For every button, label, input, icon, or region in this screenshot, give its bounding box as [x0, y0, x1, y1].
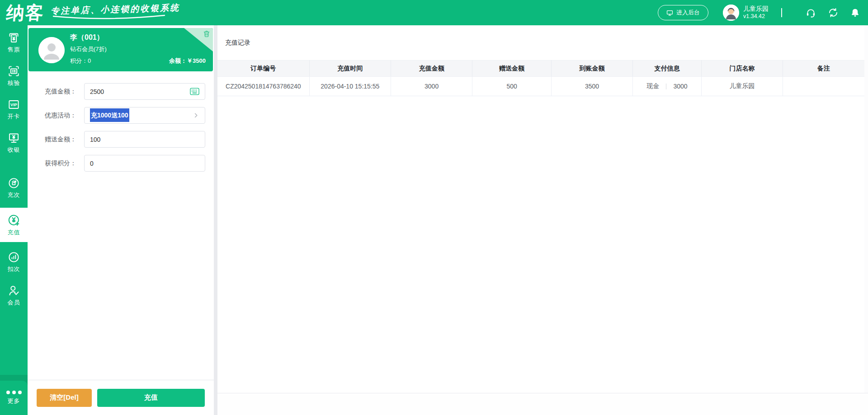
- col-remark: 备注: [783, 61, 864, 77]
- recharge-record-table: 订单编号 充值时间 充值金额 赠送金额 到账金额 支付信息 门店名称 备注 CZ…: [217, 60, 864, 96]
- trash-icon[interactable]: [203, 30, 211, 40]
- sidebar-item-open-card[interactable]: VIP 开卡: [0, 96, 28, 123]
- table-row[interactable]: CZ2042501814763786240 2026-04-10 15:15:5…: [217, 77, 864, 96]
- sidebar-item-label: 会员: [8, 298, 20, 307]
- cell-remark: [783, 77, 864, 96]
- member-icon: [8, 284, 20, 297]
- cell-amount: 3000: [391, 77, 472, 96]
- tagline-underline: [52, 14, 165, 21]
- enter-backend-button[interactable]: 进入后台: [658, 5, 708, 20]
- pay-separator: [666, 84, 666, 89]
- app-version: v1.34.42: [743, 13, 769, 20]
- col-amount: 充值金额: [391, 61, 472, 77]
- table-header-row: 订单编号 充值时间 充值金额 赠送金额 到账金额 支付信息 门店名称 备注: [217, 61, 864, 77]
- recharge-record-area: 充值记录 订单编号 充值时间 充值金额 赠送金额 到账金额 支付信息 门店名称 …: [217, 25, 868, 415]
- vip-card-icon: VIP: [8, 98, 20, 111]
- recharge-button[interactable]: 充值: [97, 389, 205, 407]
- main-footer: [217, 393, 868, 415]
- earned-points-input[interactable]: 0: [84, 155, 205, 172]
- sidebar-item-label: 扣次: [8, 265, 20, 273]
- bonus-amount-label: 赠送金额：: [28, 135, 76, 144]
- avatar[interactable]: [723, 5, 739, 21]
- recharge-times-icon: [8, 177, 20, 189]
- sidebar-nav: 售票 核验 VIP 开卡 收银 充次: [0, 25, 28, 415]
- page-title: 充值记录: [217, 25, 868, 47]
- header-divider: [781, 8, 782, 17]
- deduct-times-icon: [8, 251, 20, 263]
- sidebar-item-recharge-times[interactable]: 充次: [0, 174, 28, 201]
- member-balance: 余额：￥3500: [169, 57, 206, 65]
- panel-footer: 清空[Del] 充值: [28, 380, 214, 415]
- headset-icon[interactable]: [806, 8, 816, 18]
- chevron-right-icon: [193, 112, 199, 119]
- recharge-amount-label: 充值金额：: [28, 88, 76, 96]
- promo-activity-select[interactable]: 充1000送100: [84, 107, 205, 124]
- sidebar-more-wrap: 更多: [0, 375, 28, 415]
- sidebar-item-label: 开卡: [8, 112, 20, 121]
- promo-selected-text: 充1000送100: [90, 108, 129, 122]
- cell-received: 3500: [551, 77, 632, 96]
- col-received: 到账金额: [551, 61, 632, 77]
- panel-divider: [214, 25, 217, 415]
- recharge-form: 充值金额： 2500 优惠活动： 充1000: [28, 71, 214, 172]
- recharge-amount-input[interactable]: 2500: [84, 83, 205, 100]
- cell-bonus: 500: [472, 77, 552, 96]
- sidebar-item-ticket[interactable]: 售票: [0, 29, 28, 56]
- member-points: 积分：0: [70, 57, 91, 65]
- svg-text:VIP: VIP: [10, 103, 17, 107]
- col-store: 门店名称: [701, 61, 783, 77]
- col-order-no: 订单编号: [217, 61, 309, 77]
- cell-pay-info: 现金 3000: [633, 77, 702, 96]
- col-pay-info: 支付信息: [633, 61, 702, 77]
- sidebar-item-cashier[interactable]: 收银: [0, 129, 28, 156]
- sidebar-item-member[interactable]: 会员: [0, 282, 28, 309]
- member-name: 李（001）: [70, 33, 104, 42]
- scan-verify-icon: [8, 65, 20, 77]
- sidebar-item-verify[interactable]: 核验: [0, 62, 28, 89]
- top-header: 纳客 专注单店、小连锁的收银系统 进入后台 儿童乐园 v1.34.42: [0, 0, 868, 25]
- member-level: 钻石会员(7折): [70, 45, 107, 53]
- col-time: 充值时间: [309, 61, 391, 77]
- recharge-panel: 李（001） 钻石会员(7折) 积分：0 余额：￥3500 充值金额： 2500: [28, 25, 214, 415]
- sidebar-item-label: 更多: [8, 397, 20, 405]
- member-avatar: [38, 37, 65, 63]
- monitor-icon: [666, 9, 673, 16]
- member-card: 李（001） 钻石会员(7折) 积分：0 余额：￥3500: [28, 28, 213, 71]
- sidebar-item-recharge[interactable]: 充值: [0, 208, 28, 242]
- sync-icon[interactable]: [828, 7, 839, 18]
- sidebar-item-label: 核验: [8, 79, 20, 87]
- cell-time: 2026-04-10 15:15:55: [309, 77, 391, 96]
- sidebar-item-label: 收银: [8, 146, 20, 154]
- sidebar-item-label: 充值: [8, 228, 20, 237]
- sidebar-item-more[interactable]: 更多: [0, 381, 28, 415]
- store-name: 儿童乐园: [743, 5, 769, 13]
- earned-points-label: 获得积分：: [28, 159, 76, 168]
- bell-icon[interactable]: [850, 8, 860, 18]
- clear-button[interactable]: 清空[Del]: [37, 389, 92, 407]
- ellipsis-icon: [6, 391, 22, 394]
- sidebar-item-label: 售票: [8, 46, 20, 54]
- col-bonus: 赠送金额: [472, 61, 552, 77]
- cell-order-no: CZ2042501814763786240: [217, 77, 309, 96]
- ticket-icon: [8, 32, 20, 44]
- store-info: 儿童乐园 v1.34.42: [743, 5, 769, 20]
- recharge-money-icon: [7, 214, 20, 227]
- scrollbar-track[interactable]: [864, 25, 868, 393]
- promo-activity-label: 优惠活动：: [28, 112, 76, 120]
- keyboard-icon[interactable]: [190, 88, 199, 95]
- cashier-monitor-icon: [8, 132, 20, 144]
- cell-store: 儿童乐园: [701, 77, 783, 96]
- sidebar-item-deduct-times[interactable]: 扣次: [0, 248, 28, 275]
- app-logo: 纳客: [5, 1, 46, 24]
- bonus-amount-input[interactable]: 100: [84, 131, 205, 148]
- sidebar-item-label: 充次: [8, 191, 20, 199]
